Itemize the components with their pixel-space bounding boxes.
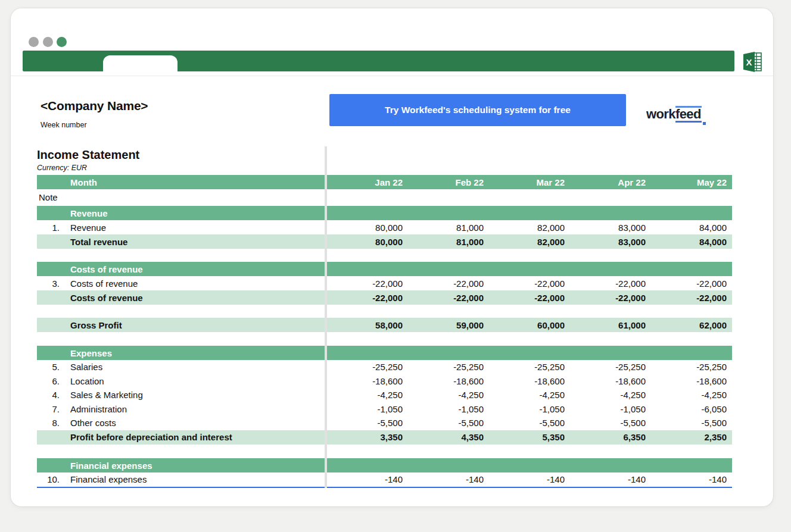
note-number: 3.	[37, 278, 67, 289]
table-row-profit-before: Profit before depreciation and interest …	[37, 430, 732, 445]
section-label: Revenue	[67, 208, 732, 218]
cell-value: 83,000	[570, 223, 651, 233]
table-row-total-revenue: Total revenue 80,000 81,000 82,000 83,00…	[37, 234, 732, 249]
table-row-location: 6. Location -18,600 -18,600 -18,600 -18,…	[37, 374, 732, 389]
row-label: Location	[67, 376, 327, 386]
cell-value: -22,000	[327, 293, 408, 303]
cell-value: 58,000	[327, 320, 408, 330]
cell-value: 84,000	[651, 237, 732, 247]
table-row-revenue: 1. Revenue 80,000 81,000 82,000 83,000 8…	[37, 220, 732, 234]
row-label: Salaries	[67, 362, 327, 372]
column-header: Jan 22	[327, 177, 408, 187]
cell-value: -22,000	[489, 293, 570, 303]
cell-value: -22,000	[570, 293, 651, 303]
cell-value: 3,350	[327, 432, 408, 442]
section-header-expenses: Expenses	[37, 346, 732, 360]
cutoff-selection-line	[37, 487, 732, 488]
company-name: <Company Name>	[41, 99, 148, 113]
cell-value: 82,000	[489, 223, 570, 233]
cell-value: 80,000	[327, 223, 408, 233]
cell-value: 61,000	[570, 320, 651, 330]
section-header-financial: Financial expenses	[37, 458, 732, 472]
row-label: Revenue	[67, 223, 327, 233]
section-label: Financial expenses	[67, 461, 732, 471]
cell-value: -18,600	[327, 376, 408, 386]
cell-value: -18,600	[489, 376, 570, 386]
row-label: Sales & Marketing	[67, 390, 327, 400]
section-header-revenue: Revenue	[37, 206, 732, 220]
note-number: 10.	[37, 474, 67, 484]
table-header-row: Month Jan 22 Feb 22 Mar 22 Apr 22 May 22	[37, 175, 732, 189]
cell-value: -5,500	[327, 418, 408, 428]
window-control-dot[interactable]	[43, 37, 53, 47]
cell-value: -5,500	[651, 418, 732, 428]
note-number: 5.	[37, 362, 67, 372]
cell-value: -1,050	[327, 404, 408, 414]
svg-text:X: X	[746, 57, 752, 67]
header-divider	[11, 76, 773, 76]
row-label: Total revenue	[67, 237, 327, 247]
cell-value: -140	[327, 474, 408, 484]
row-label: Financial expenses	[67, 474, 327, 484]
cell-value: 83,000	[570, 237, 651, 247]
section-label: Expenses	[67, 348, 732, 358]
cell-value: 4,350	[408, 432, 489, 442]
cell-value: -5,500	[570, 418, 651, 428]
workfeed-logo[interactable]: workfeed	[646, 102, 718, 126]
note-number: 8.	[37, 418, 67, 428]
note-label: Note	[37, 192, 67, 202]
logo-text-feed: feed	[675, 106, 702, 123]
cell-value: 82,000	[489, 237, 570, 247]
cell-value: -1,050	[570, 404, 651, 414]
cell-value: 62,000	[651, 320, 732, 330]
cta-button-label: Try Workfeed's scheduling system for fre…	[385, 105, 571, 115]
cell-value: -18,600	[651, 376, 732, 386]
cell-value: -1,050	[489, 404, 570, 414]
column-header: Feb 22	[408, 177, 489, 187]
template-preview-window: X <Company Name> Week number Try Workfee…	[11, 8, 773, 506]
window-control-dot[interactable]	[57, 37, 67, 47]
cell-value: -4,250	[570, 390, 651, 400]
cell-value: -22,000	[651, 278, 732, 289]
note-row: Note	[37, 190, 732, 204]
week-number-label: Week number	[41, 121, 87, 129]
column-header: Apr 22	[570, 177, 651, 187]
cell-value: -5,500	[408, 418, 489, 428]
row-label: Administration	[67, 404, 327, 414]
cell-value: -5,500	[489, 418, 570, 428]
page-title: Income Statement	[37, 148, 139, 162]
cell-value: -4,250	[327, 390, 408, 400]
income-statement-table: Month Jan 22 Feb 22 Mar 22 Apr 22 May 22…	[37, 175, 732, 488]
row-label: Profit before depreciation and interest	[67, 432, 327, 442]
cell-value: -4,250	[408, 390, 489, 400]
table-row-costs: 3. Costs of revenue -22,000 -22,000 -22,…	[37, 276, 732, 290]
cell-value: -1,050	[408, 404, 489, 414]
cell-value: -4,250	[651, 390, 732, 400]
cell-value: 5,350	[489, 432, 570, 442]
cell-value: 81,000	[408, 223, 489, 233]
month-column-header: Month	[67, 177, 327, 187]
section-label: Costs of revenue	[67, 264, 732, 274]
logo-text-work: work	[646, 107, 675, 122]
cell-value: -25,250	[570, 362, 651, 372]
cell-value: -22,000	[327, 278, 408, 289]
freeze-pane-divider	[325, 146, 327, 488]
section-header-costs: Costs of revenue	[37, 262, 732, 276]
row-label: Other costs	[67, 418, 327, 428]
row-label: Gross Profit	[67, 320, 327, 330]
cell-value: -140	[408, 474, 489, 484]
cell-value: 60,000	[489, 320, 570, 330]
table-row-costs-total: Costs of revenue -22,000 -22,000 -22,000…	[37, 290, 732, 305]
excel-icon[interactable]: X	[742, 51, 765, 75]
try-workfeed-button[interactable]: Try Workfeed's scheduling system for fre…	[329, 94, 626, 126]
cell-value: 2,350	[651, 432, 732, 442]
cell-value: -18,600	[408, 376, 489, 386]
table-row-sales-marketing: 4. Sales & Marketing -4,250 -4,250 -4,25…	[37, 388, 732, 402]
active-tab[interactable]	[103, 55, 177, 71]
table-row-other-costs: 8. Other costs -5,500 -5,500 -5,500 -5,5…	[37, 416, 732, 430]
window-control-dot[interactable]	[29, 37, 39, 47]
table-row-salaries: 5. Salaries -25,250 -25,250 -25,250 -25,…	[37, 360, 732, 374]
cell-value: -4,250	[489, 390, 570, 400]
cell-value: 84,000	[651, 223, 732, 233]
cell-value: -140	[570, 474, 651, 484]
